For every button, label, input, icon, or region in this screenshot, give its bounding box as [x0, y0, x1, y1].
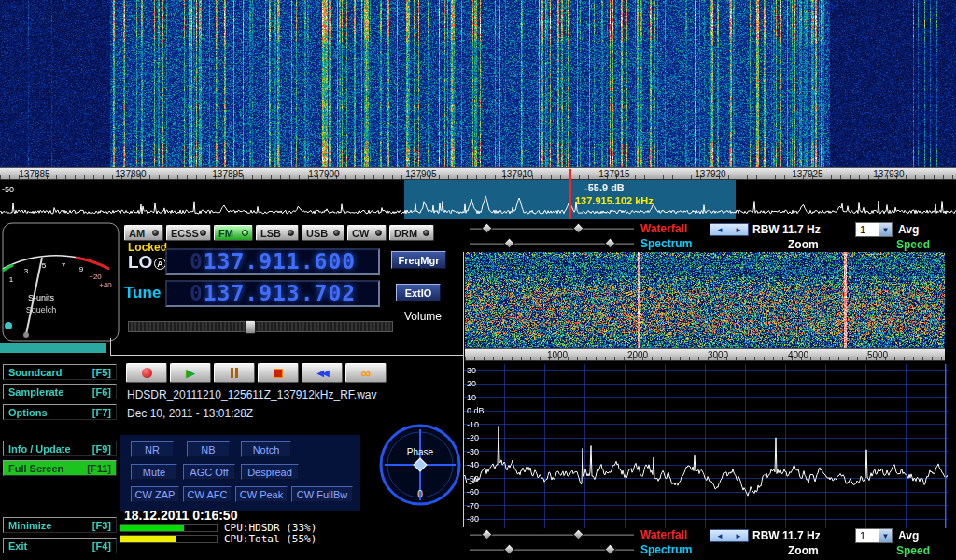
- scale-label: 137885: [19, 169, 49, 179]
- mode-button-usb[interactable]: USB: [302, 225, 344, 241]
- frequency-scale[interactable]: 137885 137890 137895 137900 137905 13791…: [0, 167, 956, 180]
- main-waterfall[interactable]: [0, 0, 956, 167]
- arrow-left-icon[interactable]: ◄: [716, 532, 724, 540]
- pause-button[interactable]: [214, 363, 255, 383]
- agc-off-button[interactable]: AGC Off: [183, 464, 235, 480]
- avg-combobox[interactable]: 1 ▼: [855, 222, 893, 237]
- recording-filename: HDSDR_20111210_125611Z_137912kHz_RF.wav: [127, 389, 377, 400]
- slider-thumb[interactable]: [604, 543, 616, 555]
- mode-button-lsb[interactable]: LSB: [256, 225, 299, 241]
- chevron-down-icon[interactable]: ▼: [879, 223, 892, 236]
- rewind-button[interactable]: ◀◀: [302, 363, 343, 383]
- main-spectrum[interactable]: -50 -55.9 dB 137.915.102 kHz: [0, 180, 956, 219]
- waterfall-shift-buttons-bottom[interactable]: ◄ ►: [710, 529, 749, 542]
- button-hotkey: [F5]: [92, 367, 111, 378]
- mode-label: USB: [306, 228, 328, 239]
- lo-frequency-display[interactable]: 0137.911.600: [165, 248, 380, 275]
- db-axis-label: -60: [467, 487, 479, 497]
- mode-led: [288, 230, 294, 236]
- freqmgr-button[interactable]: FreqMgr: [391, 251, 446, 269]
- nr-button[interactable]: NR: [131, 441, 174, 457]
- recording-filedate: Dec 10, 2011 - 13:01:28Z: [127, 408, 253, 419]
- mode-button-drm[interactable]: DRM: [389, 225, 434, 241]
- waterfall-tab[interactable]: Waterfall: [640, 223, 687, 234]
- arrow-right-icon[interactable]: ►: [735, 226, 742, 234]
- squelch-knob[interactable]: [5, 322, 12, 329]
- minimize-button[interactable]: Minimize [F3]: [3, 517, 117, 533]
- cpu-total-text: CPU:Total (55%): [224, 534, 316, 544]
- loop-button[interactable]: ∞: [345, 363, 387, 383]
- slider-thumb[interactable]: [503, 237, 515, 249]
- mode-button-cw[interactable]: CW: [347, 225, 387, 241]
- main-spectrum-canvas[interactable]: [0, 180, 956, 219]
- db-axis-label: -40: [467, 460, 479, 469]
- cw-peak-button[interactable]: CW Peak: [235, 486, 288, 502]
- volume-slider-thumb[interactable]: [245, 320, 256, 334]
- avg-combobox-bottom[interactable]: 1 ▼: [855, 528, 893, 543]
- despread-button[interactable]: Despread: [241, 464, 299, 480]
- audio-spectrum[interactable]: 30 20 10 0 dB -10 -20 -30 -40 -50 -60 -7…: [464, 364, 948, 528]
- scale-label: 137925: [792, 169, 822, 179]
- button-hotkey: [F6]: [92, 386, 111, 398]
- slider-thumb[interactable]: [572, 528, 584, 540]
- mode-led: [152, 230, 159, 236]
- cw-zap-button[interactable]: CW ZAP: [131, 486, 179, 502]
- nb-button[interactable]: NB: [187, 441, 230, 457]
- chevron-down-icon[interactable]: ▼: [879, 529, 892, 542]
- info-update-button[interactable]: Info / Update [F9]: [3, 441, 117, 456]
- spectrum-tab-bottom[interactable]: Spectrum: [640, 544, 692, 555]
- spectrum-range-slider-bottom[interactable]: [469, 548, 635, 552]
- tune-marker-line[interactable]: [569, 169, 571, 219]
- slider-thumb[interactable]: [481, 528, 493, 540]
- volume-slider-track[interactable]: [128, 321, 393, 332]
- tune-frequency-display[interactable]: 0137.913.702: [165, 280, 380, 307]
- slider-thumb[interactable]: [503, 543, 515, 555]
- options-button[interactable]: Options [F7]: [3, 404, 117, 420]
- waterfall-contrast-slider[interactable]: [469, 227, 635, 231]
- waterfall-shift-buttons[interactable]: ◄ ►: [710, 223, 749, 236]
- waterfall-tab-bottom[interactable]: Waterfall: [640, 529, 687, 540]
- spectrum-range-slider[interactable]: [469, 242, 635, 245]
- s-meter-tick: 5: [42, 261, 47, 270]
- squelch-label: Squelch: [26, 305, 57, 315]
- extio-button[interactable]: ExtIO: [396, 284, 441, 301]
- notch-button[interactable]: Notch: [241, 441, 291, 457]
- exit-button[interactable]: Exit [F4]: [3, 538, 117, 553]
- slider-thumb[interactable]: [572, 222, 584, 234]
- stop-button[interactable]: [258, 363, 299, 383]
- zoom-label-bottom: Zoom: [788, 545, 819, 556]
- mode-button-fm[interactable]: FM: [214, 225, 253, 241]
- samplerate-button[interactable]: Samplerate [F6]: [3, 384, 117, 399]
- scale-label: 137930: [873, 169, 904, 179]
- cw-afc-button[interactable]: CW AFC: [183, 486, 232, 502]
- mode-label: ECSS: [171, 228, 199, 239]
- mute-button[interactable]: Mute: [131, 464, 177, 480]
- waterfall-contrast-slider-bottom[interactable]: [469, 533, 635, 537]
- mode-button-ecss[interactable]: ECSS: [166, 225, 211, 241]
- scale-label: 137895: [212, 169, 243, 179]
- rewind-icon: ◀◀: [316, 368, 327, 378]
- mode-button-am[interactable]: AM: [124, 225, 163, 241]
- arrow-right-icon[interactable]: ►: [735, 532, 742, 540]
- spectrum-tab[interactable]: Spectrum: [640, 238, 692, 249]
- mode-label: DRM: [394, 228, 417, 239]
- mode-label: AM: [129, 228, 145, 239]
- button-label: Info / Update: [8, 443, 71, 455]
- scale-label: 137890: [115, 169, 146, 179]
- phase-scope: Phase 0: [377, 422, 463, 508]
- fullscreen-button[interactable]: Full Screen [F11]: [3, 460, 117, 476]
- audio-spectrum-canvas[interactable]: [464, 364, 948, 528]
- arrow-left-icon[interactable]: ◄: [716, 226, 724, 234]
- db-axis-label: -20: [467, 433, 479, 442]
- signal-level-bar: [0, 343, 106, 353]
- rf-scale[interactable]: 1000 2000 3000 4000 5000: [465, 348, 945, 361]
- play-button[interactable]: ▶: [170, 363, 211, 383]
- slider-thumb[interactable]: [481, 222, 493, 234]
- record-button[interactable]: [126, 363, 167, 383]
- slider-thumb[interactable]: [604, 237, 616, 249]
- db-axis-label: -80: [467, 514, 479, 524]
- soundcard-button[interactable]: Soundcard [F5]: [3, 364, 117, 380]
- rf-waterfall[interactable]: [465, 252, 945, 348]
- cw-fullbw-button[interactable]: CW FullBw: [291, 486, 353, 502]
- hdsdr-window: 137885 137890 137895 137900 137905 13791…: [0, 0, 956, 560]
